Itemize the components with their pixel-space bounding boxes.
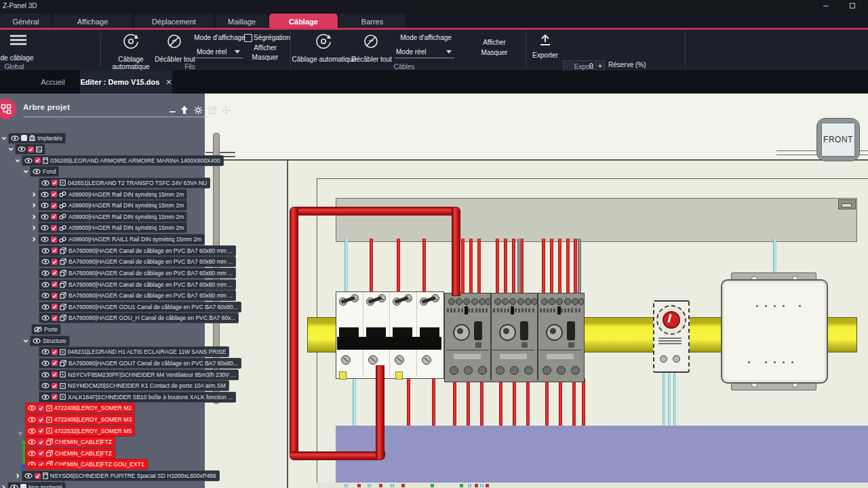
wiring-mode-button-label[interactable]: de câblage [0,54,37,62]
segregation-checkbox[interactable] [244,34,252,42]
viewport-3d[interactable]: FRONT [205,94,868,488]
eye-icon[interactable] [33,338,41,344]
checkbox-checked[interactable] [52,270,58,276]
eye-icon[interactable] [11,136,19,141]
chevron-down-icon[interactable] [23,338,28,344]
checkbox-checked[interactable] [35,157,41,163]
unwire-all-icon[interactable] [167,34,182,52]
checkbox-checked[interactable] [52,371,58,378]
tree-node-chip[interactable]: 048231|LEGRAND H1 ALTIS ECLAIRAGE 11W SA… [39,346,229,357]
tree-node-chip[interactable]: 042651|LEGRAND T2 TRANSFO TSFC 24V 63VA … [39,178,210,188]
eye-icon[interactable] [41,259,50,264]
checkbox-checked[interactable] [52,383,58,389]
tree-row[interactable]: Non implanté [1,482,66,488]
wiring-mode-icon[interactable] [9,34,27,49]
tree-node-chip[interactable]: Implantés [8,133,66,144]
tree-node-chip[interactable]: Fond [30,166,59,177]
ribbon-tab-déplacement[interactable]: Déplacement [134,14,214,29]
tree-row[interactable]: A09900|HAGER Rail DIN symétriq 15mm 2m [31,201,187,211]
tab-accueil[interactable]: Accueil [27,70,79,94]
tree-row[interactable]: 4722532|LEROY_SOMER M5 [25,426,135,436]
eye-icon[interactable] [41,180,50,186]
tree-node-chip[interactable]: BA760080|HAGER GOU1 Canal de câblage en … [39,302,241,312]
tree-row[interactable]: 042651|LEGRAND T2 TRANSFO TSFC 24V 63VA … [39,178,210,188]
checkbox-checked[interactable] [38,428,44,434]
tree-row[interactable]: BA760080|HAGER Canal de câblage en PVC B… [39,257,236,267]
tree-row[interactable]: NSYCVF85M230PF|SCHNEIDER M4 Ventilateur … [39,369,239,380]
tree-node-chip[interactable]: NSYCVF85M230PF|SCHNEIDER M4 Ventilateur … [39,369,239,380]
checkbox-checked[interactable] [51,191,57,197]
tree-row[interactable]: A09900|HAGER Rail DIN symétriq 15mm 2m [31,189,187,199]
cables-unwire-all-button[interactable]: Décâbler tout [350,56,393,63]
tree-row[interactable]: A09900|HAGER Rail DIN symétriq 15mm 2m [31,211,187,222]
eye-icon[interactable] [28,439,36,445]
eye-icon[interactable] [18,146,26,152]
checkbox-checked[interactable] [52,360,58,366]
eye-icon[interactable] [28,451,36,456]
checkbox-checked[interactable] [52,394,58,400]
checkbox-empty[interactable] [21,135,27,141]
tree-node-chip[interactable]: BA760080|HAGER Canal de câblage en PVC B… [39,256,236,267]
tree-row[interactable]: XALK184F|SCHNEIDER SB10 boîte à boutons … [39,392,236,402]
chevron-right-icon[interactable] [15,473,20,479]
auto-cabling-icon[interactable] [315,33,332,53]
ribbon-tab-câblage[interactable]: Câblage [269,14,338,29]
tree-node-chip[interactable]: Porte [31,324,61,335]
eye-icon[interactable] [41,372,50,378]
uncable-all-icon[interactable] [363,34,378,52]
tree-row[interactable] [8,144,45,155]
tree-node-chip[interactable]: A09900|HAGER Rail DIN symétriq 15mm 2m [38,222,187,233]
fils-unwire-all-button[interactable]: Décâbler tout [153,56,197,63]
tree-node-chip[interactable]: CHEMIN_CABLE|FTZ [25,436,115,447]
eye-icon[interactable] [10,485,18,488]
tree-node-chip[interactable]: Non implanté [7,482,66,488]
eye-icon[interactable] [41,304,50,310]
checkbox-checked[interactable] [52,247,58,253]
tree-row[interactable]: BA760080|HAGER Canal de câblage en PVC B… [39,268,236,278]
tree-row[interactable]: Fond [23,167,59,177]
checkbox-checked[interactable] [52,180,58,186]
starter-button[interactable] [474,321,482,340]
checkbox-checked[interactable] [52,349,58,355]
eye-icon[interactable] [41,214,49,220]
tree-node-chip[interactable]: 4722406|LEROY_SOMER M2 [25,403,135,413]
checkbox-checked[interactable] [38,405,44,411]
tree-row[interactable]: NSYMDCM20|SCHNEIDER K1 Contact de porte … [39,381,229,391]
eye-icon[interactable] [41,237,49,242]
tree-row[interactable]: BA760080|HAGER Canal de câblage en PVC B… [39,291,236,301]
tree-node-chip[interactable]: 036285|LEGRAND ARMOIRE ARMOIRE MARINA 14… [22,155,224,166]
segregation-label[interactable]: Ségrégation [254,34,292,41]
chevron-down-icon[interactable] [23,169,28,174]
chevron-right-icon[interactable] [31,192,37,197]
eye-icon[interactable] [33,169,41,174]
fils-hide-button[interactable]: Masquer [248,54,282,61]
checkbox-checked[interactable] [52,293,58,299]
tree-node-chip[interactable]: BA760080|HAGER GOU_H Canal de câblage en… [39,312,239,323]
eye-icon[interactable] [28,405,36,411]
detach-panel-icon[interactable] [207,104,218,115]
tree-node-chip[interactable]: Structure [30,336,70,346]
ribbon-tab-affichage[interactable]: Affichage [53,14,132,29]
tree-node-chip[interactable] [15,144,45,155]
cables-show-button[interactable]: Afficher [479,39,510,46]
tree-row[interactable]: CHEMIN_CABLE|FTZ GOU_EXT1 [25,460,148,470]
chevron-down-icon[interactable] [235,50,240,54]
tree-node-chip[interactable]: BA760080|HAGER Canal de câblage en PVC B… [39,245,236,256]
chevron-down-icon[interactable] [1,136,7,141]
tree-node-chip[interactable]: CHEMIN_CABLE|FTZ [25,448,115,459]
export-icon[interactable] [538,33,552,49]
tree-node-chip[interactable]: XALK184F|SCHNEIDER SB10 boîte à boutons … [39,392,236,403]
eye-icon[interactable] [28,428,36,434]
tree-node-chip[interactable]: NSYMDCM20|SCHNEIDER K1 Contact de porte … [39,380,229,391]
tree-row[interactable]: BA760080|HAGER Canal de câblage en PVC B… [39,245,236,256]
tree-row[interactable]: CHEMIN_CABLE|FTZ [25,448,115,458]
tab-editer-demo[interactable]: Editer : Demo V15.dos ✕ [80,70,172,94]
checkbox-checked[interactable] [52,304,58,310]
cables-auto-wiring-button[interactable]: Câblage automatique [292,56,357,63]
checkbox-checked[interactable] [51,203,57,209]
tree-node-chip[interactable]: A09900|HAGER Rail DIN symétriq 15mm 2m [38,200,187,211]
tree-row[interactable]: BA760080|HAGER GOU7 Canal de câblage en … [39,358,241,368]
ribbon-tab-général[interactable]: Général [0,14,52,29]
eye-icon[interactable] [41,203,49,208]
eye-icon[interactable] [41,394,50,400]
